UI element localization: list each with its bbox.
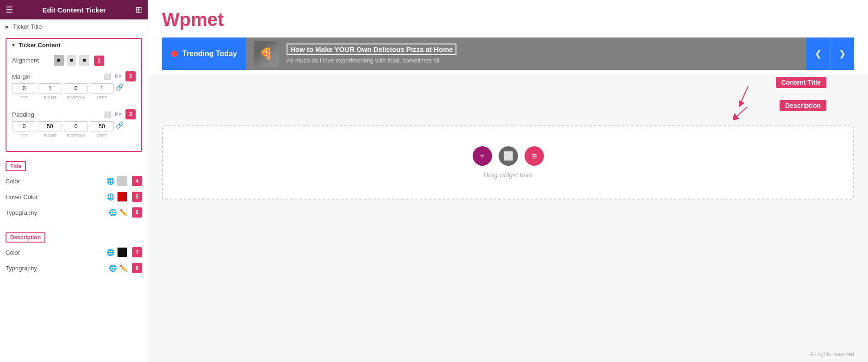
hover-color-swatch[interactable] xyxy=(117,192,127,202)
pencil-icon-1[interactable]: ✏️ xyxy=(119,209,127,216)
hamburger-icon[interactable]: ☰ xyxy=(6,5,13,15)
ticker-label-text: Trending Today xyxy=(182,50,237,58)
padding-row: Padding ⬜ PX 3 🔗 TOP RIGHT xyxy=(12,109,136,142)
ticker-nav: ❮ ❯ xyxy=(806,37,854,70)
align-center-button[interactable]: ≡ xyxy=(67,55,77,66)
globe-icon-4[interactable]: 🌐 xyxy=(106,249,114,256)
main-area: Wpmet Trending Today 🍕 How to Make YOUR … xyxy=(148,0,868,362)
left-label: LEFT xyxy=(90,95,114,100)
px-label-padding[interactable]: PX xyxy=(115,112,122,117)
ticker-content-body: Alignment ≡ ≡ ≡ 1 Margin ⬜ PX xyxy=(6,51,141,151)
badge-7: 7 xyxy=(132,247,142,257)
title-color-swatch[interactable] xyxy=(117,176,127,186)
svg-line-0 xyxy=(740,86,748,105)
ticker-content: 🍕 How to Make YOUR Own Delicious Pizza a… xyxy=(246,37,806,70)
bottom-label: BOTTOM xyxy=(64,95,88,100)
desc-typography-label: Typography xyxy=(6,265,109,272)
padding-left-input[interactable] xyxy=(90,121,114,131)
drop-zone[interactable]: + ⬜ ⊞ Drag widget here xyxy=(162,125,854,200)
grid-icon[interactable]: ⊞ xyxy=(135,5,142,15)
title-subsection: Title Color 🌐 4 Hover Color 🌐 5 Typograp… xyxy=(0,156,148,227)
main-footer: All rights reserved xyxy=(148,346,868,362)
description-subsection: Description Color 🌐 7 Typography 🌐 ✏️ 8 xyxy=(0,227,148,282)
hover-color-controls: 🌐 5 xyxy=(106,192,142,202)
desc-typography-row: Typography 🌐 ✏️ 8 xyxy=(6,263,142,273)
alignment-controls: ≡ ≡ ≡ 1 xyxy=(54,55,136,66)
align-right-button[interactable]: ≡ xyxy=(79,55,89,66)
padding-labels: TOP RIGHT BOTTOM LEFT xyxy=(12,133,114,138)
pad-right-label: RIGHT xyxy=(38,133,62,138)
right-label: RIGHT xyxy=(38,95,62,100)
margin-label: Margin xyxy=(12,73,54,80)
alignment-row: Alignment ≡ ≡ ≡ 1 xyxy=(12,55,136,66)
description-subsection-label: Description xyxy=(6,232,45,243)
margin-bottom-input[interactable] xyxy=(64,83,88,94)
drag-widget-text: Drag widget here xyxy=(483,171,533,179)
ticker-text: How to Make YOUR Own Delicious Pizza at … xyxy=(287,44,799,64)
ticker-thumbnail: 🍕 xyxy=(254,41,279,67)
chevron-right-icon: ▶ xyxy=(6,24,9,29)
ticker-content-header[interactable]: ▼ Ticker Content xyxy=(6,39,141,51)
brand-title: Wpmet xyxy=(162,9,854,30)
sidebar-header: ☰ Edit Content Ticker ⊞ xyxy=(0,0,148,19)
px-label-margin[interactable]: PX xyxy=(115,74,122,79)
ticker-content-label: Ticker Content xyxy=(19,42,61,49)
pad-bottom-label: BOTTOM xyxy=(64,133,88,138)
globe-icon-3[interactable]: 🌐 xyxy=(109,209,117,216)
ticker-title-label: Ticker Title xyxy=(13,23,42,30)
globe-icon-5[interactable]: 🌐 xyxy=(109,264,117,272)
pencil-icon-2[interactable]: ✏️ xyxy=(119,264,127,272)
desc-color-controls: 🌐 7 xyxy=(106,247,142,257)
title-color-label: Color xyxy=(6,178,106,185)
padding-right-input[interactable] xyxy=(38,121,62,131)
desc-typography-controls: 🌐 ✏️ 8 xyxy=(109,263,142,273)
margin-icon: ⬜ xyxy=(104,73,111,80)
sidebar-title: Edit Content Ticker xyxy=(42,6,106,14)
margin-link-icon[interactable]: 🔗 xyxy=(116,83,124,94)
drop-icons: + ⬜ ⊞ xyxy=(473,146,544,166)
margin-right-input[interactable] xyxy=(38,83,62,94)
ticker-widget: Trending Today 🍕 How to Make YOUR Own De… xyxy=(162,37,854,70)
margin-row: Margin ⬜ PX 2 🔗 TOP RIGHT xyxy=(12,71,136,104)
pad-top-label: TOP xyxy=(12,133,36,138)
ticker-content-desc: As much as I love experimenting with foo… xyxy=(287,57,799,64)
ticker-next-button[interactable]: ❯ xyxy=(831,37,854,70)
padding-link-icon[interactable]: 🔗 xyxy=(116,121,124,131)
hover-color-label: Hover Color xyxy=(6,193,106,200)
top-label: TOP xyxy=(12,95,36,100)
padding-icon: ⬜ xyxy=(104,111,111,118)
description-arrow xyxy=(733,105,793,128)
ticker-title-section[interactable]: ▶ Ticker Title xyxy=(0,19,148,34)
badge-3: 3 xyxy=(125,109,136,119)
footer-text: All rights reserved xyxy=(810,351,854,357)
alignment-label: Alignment xyxy=(12,57,54,64)
padding-top-input[interactable] xyxy=(12,121,36,131)
badge-1: 1 xyxy=(94,56,104,66)
badge-6: 6 xyxy=(132,207,142,218)
ticker-label: Trending Today xyxy=(162,37,246,70)
sidebar: ☰ Edit Content Ticker ⊞ ▶ Ticker Title ▼… xyxy=(0,0,148,362)
ticker-thumb-inner: 🍕 xyxy=(254,41,279,67)
globe-icon-2[interactable]: 🌐 xyxy=(106,193,114,200)
title-color-controls: 🌐 4 xyxy=(106,176,142,186)
add-widget-button[interactable]: + xyxy=(473,146,492,166)
badge-8: 8 xyxy=(132,263,142,273)
padding-label: Padding xyxy=(12,111,54,118)
ticker-content-title: How to Make YOUR Own Delicious Pizza at … xyxy=(287,44,456,55)
margin-top-input[interactable] xyxy=(12,83,36,94)
badge-2: 2 xyxy=(125,71,136,81)
title-typography-controls: 🌐 ✏️ 6 xyxy=(109,207,142,218)
elements-button[interactable]: ⊞ xyxy=(525,146,544,166)
badge-5: 5 xyxy=(132,192,142,202)
padding-bottom-input[interactable] xyxy=(64,121,88,131)
globe-icon-1[interactable]: 🌐 xyxy=(106,177,114,185)
title-typography-label: Typography xyxy=(6,209,109,216)
desc-color-swatch[interactable] xyxy=(117,247,127,257)
folder-button[interactable]: ⬜ xyxy=(499,146,518,166)
margin-labels: TOP RIGHT BOTTOM LEFT xyxy=(12,95,114,100)
margin-left-input[interactable] xyxy=(90,83,114,94)
ticker-prev-button[interactable]: ❮ xyxy=(806,37,831,70)
padding-inputs: 🔗 xyxy=(12,121,124,131)
align-left-button[interactable]: ≡ xyxy=(54,55,64,66)
title-typography-row: Typography 🌐 ✏️ 6 xyxy=(6,207,142,218)
